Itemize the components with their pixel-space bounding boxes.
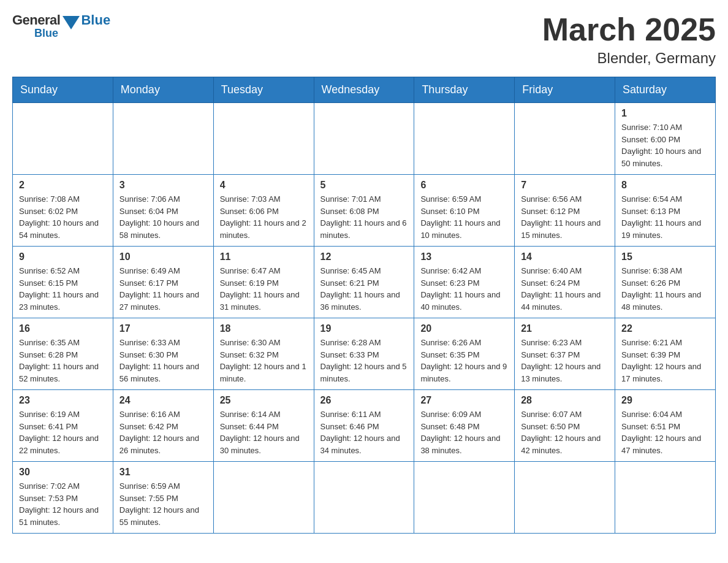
day-info: Sunrise: 6:54 AMSunset: 6:13 PMDaylight:… xyxy=(621,193,709,241)
cell-5-5 xyxy=(515,462,615,534)
day-number: 15 xyxy=(621,251,709,262)
cell-1-6: 8 Sunrise: 6:54 AMSunset: 6:13 PMDayligh… xyxy=(615,175,716,247)
cell-4-3: 26 Sunrise: 6:11 AMSunset: 6:46 PMDaylig… xyxy=(314,390,414,462)
day-number: 4 xyxy=(220,180,308,191)
cell-4-5: 28 Sunrise: 6:07 AMSunset: 6:50 PMDaylig… xyxy=(515,390,615,462)
cell-2-3: 12 Sunrise: 6:45 AMSunset: 6:21 PMDaylig… xyxy=(314,247,414,318)
day-number: 11 xyxy=(220,251,308,262)
cell-2-5: 14 Sunrise: 6:40 AMSunset: 6:24 PMDaylig… xyxy=(515,247,615,318)
cell-3-0: 16 Sunrise: 6:35 AMSunset: 6:28 PMDaylig… xyxy=(13,318,113,390)
day-info: Sunrise: 6:47 AMSunset: 6:19 PMDaylight:… xyxy=(220,265,308,313)
title-area: March 2025 Blender, Germany xyxy=(542,12,716,67)
day-info: Sunrise: 6:42 AMSunset: 6:23 PMDaylight:… xyxy=(420,265,508,313)
day-info: Sunrise: 6:26 AMSunset: 6:35 PMDaylight:… xyxy=(420,337,508,385)
day-number: 27 xyxy=(420,395,508,406)
day-info: Sunrise: 6:11 AMSunset: 6:46 PMDaylight:… xyxy=(320,408,408,456)
logo-subtitle: Blue xyxy=(34,27,58,40)
day-number: 23 xyxy=(19,395,107,406)
cell-2-2: 11 Sunrise: 6:47 AMSunset: 6:19 PMDaylig… xyxy=(213,247,314,318)
day-number: 9 xyxy=(19,251,107,262)
day-number: 10 xyxy=(119,251,207,262)
week-row-5: 30 Sunrise: 7:02 AMSunset: 7:53 PMDaylig… xyxy=(13,462,716,534)
day-info: Sunrise: 7:08 AMSunset: 6:02 PMDaylight:… xyxy=(19,193,107,241)
logo-triangle-icon xyxy=(63,16,80,29)
days-of-week-row: Sunday Monday Tuesday Wednesday Thursday… xyxy=(13,77,716,103)
day-number: 17 xyxy=(119,323,207,334)
day-number: 12 xyxy=(320,251,408,262)
week-row-4: 23 Sunrise: 6:19 AMSunset: 6:41 PMDaylig… xyxy=(13,390,716,462)
day-info: Sunrise: 6:04 AMSunset: 6:51 PMDaylight:… xyxy=(621,408,709,456)
cell-1-3: 5 Sunrise: 7:01 AMSunset: 6:08 PMDayligh… xyxy=(314,175,414,247)
logo-general-text: General xyxy=(12,12,60,28)
cell-3-2: 18 Sunrise: 6:30 AMSunset: 6:32 PMDaylig… xyxy=(213,318,314,390)
cell-0-3 xyxy=(314,103,414,175)
cell-5-1: 31 Sunrise: 6:59 AMSunset: 7:55 PMDaylig… xyxy=(113,462,213,534)
location-subtitle: Blender, Germany xyxy=(542,50,716,67)
day-info: Sunrise: 6:09 AMSunset: 6:48 PMDaylight:… xyxy=(420,408,508,456)
header-friday: Friday xyxy=(515,77,615,103)
header-sunday: Sunday xyxy=(13,77,113,103)
week-row-0: 1 Sunrise: 7:10 AMSunset: 6:00 PMDayligh… xyxy=(13,103,716,175)
day-number: 2 xyxy=(19,180,107,191)
cell-1-0: 2 Sunrise: 7:08 AMSunset: 6:02 PMDayligh… xyxy=(13,175,113,247)
day-info: Sunrise: 6:35 AMSunset: 6:28 PMDaylight:… xyxy=(19,337,107,385)
day-info: Sunrise: 6:16 AMSunset: 6:42 PMDaylight:… xyxy=(119,408,207,456)
cell-2-1: 10 Sunrise: 6:49 AMSunset: 6:17 PMDaylig… xyxy=(113,247,213,318)
day-info: Sunrise: 6:33 AMSunset: 6:30 PMDaylight:… xyxy=(119,337,207,385)
cell-3-4: 20 Sunrise: 6:26 AMSunset: 6:35 PMDaylig… xyxy=(414,318,515,390)
cell-5-2 xyxy=(213,462,314,534)
day-number: 19 xyxy=(320,323,408,334)
cell-4-2: 25 Sunrise: 6:14 AMSunset: 6:44 PMDaylig… xyxy=(213,390,314,462)
page-title: March 2025 xyxy=(542,12,716,47)
cell-4-4: 27 Sunrise: 6:09 AMSunset: 6:48 PMDaylig… xyxy=(414,390,515,462)
day-info: Sunrise: 6:19 AMSunset: 6:41 PMDaylight:… xyxy=(19,408,107,456)
day-number: 30 xyxy=(19,467,107,478)
day-number: 3 xyxy=(119,180,207,191)
day-number: 7 xyxy=(521,180,609,191)
cell-2-4: 13 Sunrise: 6:42 AMSunset: 6:23 PMDaylig… xyxy=(414,247,515,318)
day-number: 18 xyxy=(220,323,308,334)
logo: General Blue Blue xyxy=(12,12,110,40)
day-number: 14 xyxy=(521,251,609,262)
cell-5-3 xyxy=(314,462,414,534)
cell-3-3: 19 Sunrise: 6:28 AMSunset: 6:33 PMDaylig… xyxy=(314,318,414,390)
day-number: 13 xyxy=(420,251,508,262)
cell-0-6: 1 Sunrise: 7:10 AMSunset: 6:00 PMDayligh… xyxy=(615,103,716,175)
cell-4-6: 29 Sunrise: 6:04 AMSunset: 6:51 PMDaylig… xyxy=(615,390,716,462)
day-number: 28 xyxy=(521,395,609,406)
week-row-1: 2 Sunrise: 7:08 AMSunset: 6:02 PMDayligh… xyxy=(13,175,716,247)
day-number: 24 xyxy=(119,395,207,406)
day-info: Sunrise: 6:21 AMSunset: 6:39 PMDaylight:… xyxy=(621,337,709,385)
header-tuesday: Tuesday xyxy=(213,77,314,103)
day-info: Sunrise: 7:06 AMSunset: 6:04 PMDaylight:… xyxy=(119,193,207,241)
day-info: Sunrise: 6:59 AMSunset: 6:10 PMDaylight:… xyxy=(420,193,508,241)
day-info: Sunrise: 6:40 AMSunset: 6:24 PMDaylight:… xyxy=(521,265,609,313)
calendar-table: Sunday Monday Tuesday Wednesday Thursday… xyxy=(12,77,716,534)
day-number: 25 xyxy=(220,395,308,406)
day-number: 31 xyxy=(119,467,207,478)
calendar-header: Sunday Monday Tuesday Wednesday Thursday… xyxy=(13,77,716,103)
cell-1-2: 4 Sunrise: 7:03 AMSunset: 6:06 PMDayligh… xyxy=(213,175,314,247)
logo-blue-text: Blue xyxy=(81,12,110,28)
cell-1-1: 3 Sunrise: 7:06 AMSunset: 6:04 PMDayligh… xyxy=(113,175,213,247)
day-info: Sunrise: 6:59 AMSunset: 7:55 PMDaylight:… xyxy=(119,480,207,528)
day-info: Sunrise: 6:14 AMSunset: 6:44 PMDaylight:… xyxy=(220,408,308,456)
cell-3-6: 22 Sunrise: 6:21 AMSunset: 6:39 PMDaylig… xyxy=(615,318,716,390)
cell-0-5 xyxy=(515,103,615,175)
day-info: Sunrise: 7:10 AMSunset: 6:00 PMDaylight:… xyxy=(621,121,709,169)
cell-5-0: 30 Sunrise: 7:02 AMSunset: 7:53 PMDaylig… xyxy=(13,462,113,534)
page-header: General Blue Blue March 2025 Blender, Ge… xyxy=(12,12,716,67)
cell-0-1 xyxy=(113,103,213,175)
day-number: 22 xyxy=(621,323,709,334)
header-wednesday: Wednesday xyxy=(314,77,414,103)
day-info: Sunrise: 7:03 AMSunset: 6:06 PMDaylight:… xyxy=(220,193,308,241)
header-saturday: Saturday xyxy=(615,77,716,103)
cell-1-4: 6 Sunrise: 6:59 AMSunset: 6:10 PMDayligh… xyxy=(414,175,515,247)
day-number: 21 xyxy=(521,323,609,334)
cell-2-0: 9 Sunrise: 6:52 AMSunset: 6:15 PMDayligh… xyxy=(13,247,113,318)
day-info: Sunrise: 6:38 AMSunset: 6:26 PMDaylight:… xyxy=(621,265,709,313)
day-info: Sunrise: 6:52 AMSunset: 6:15 PMDaylight:… xyxy=(19,265,107,313)
day-number: 26 xyxy=(320,395,408,406)
day-info: Sunrise: 6:45 AMSunset: 6:21 PMDaylight:… xyxy=(320,265,408,313)
day-number: 29 xyxy=(621,395,709,406)
